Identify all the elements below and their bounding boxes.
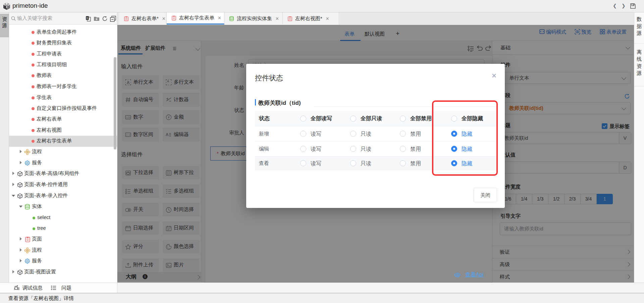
svg-text:in: in [87,17,89,19]
